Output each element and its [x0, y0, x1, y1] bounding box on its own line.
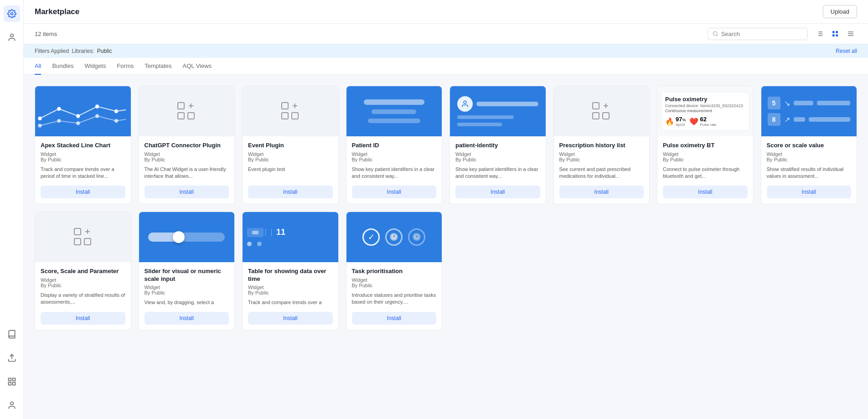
sidebar-item-apps[interactable] [4, 373, 20, 390]
svg-point-31 [95, 114, 99, 118]
header: Marketplace Upload [24, 0, 868, 24]
card-image-task: ✓ 🕐 🕑 [346, 212, 442, 262]
card-pulse-oximetry: Pulse oximetry Connected device: Nonin32… [657, 86, 754, 204]
install-button-parameter[interactable]: Install [41, 312, 125, 325]
card-desc: View and, by dragging, select a [145, 299, 229, 306]
svg-point-43 [464, 101, 466, 103]
card-body-slider: Slider for visual or numeric scale input… [139, 262, 235, 312]
reset-all-button[interactable]: Reset all [836, 48, 857, 54]
svg-rect-49 [74, 228, 81, 235]
sidebar-item-profile[interactable] [4, 397, 20, 414]
svg-point-32 [114, 119, 118, 123]
svg-rect-18 [832, 34, 835, 36]
card-desc: Connect to pulse oximeter through blueto… [663, 166, 748, 180]
card-patient-id: Patient ID WidgetBy Public Show key pati… [346, 86, 443, 204]
svg-point-1 [10, 34, 13, 37]
install-button-task[interactable]: Install [352, 312, 437, 325]
card-image-apex [35, 86, 131, 136]
card-slider: Slider for visual or numeric scale input… [139, 212, 235, 331]
card-image-table: 11 [243, 212, 338, 262]
card-desc: Display a variety of stratified results … [41, 292, 125, 306]
card-image-event [243, 86, 338, 136]
page-title: Marketplace [35, 7, 823, 16]
svg-line-9 [717, 35, 718, 36]
tab-forms[interactable]: Forms [117, 58, 134, 75]
card-apex-stacked-line-chart: Apex Stacked Line Chart WidgetBy Public … [35, 86, 131, 204]
search-input[interactable] [721, 31, 803, 37]
card-title: Pulse oximetry BT [663, 142, 748, 150]
search-icon [713, 31, 718, 37]
install-button-table[interactable]: Install [248, 312, 333, 325]
card-body-chatgpt: ChatGPT Connector Plugin WidgetBy Public… [139, 136, 235, 186]
install-button-identity[interactable]: Install [455, 186, 540, 198]
tab-widgets[interactable]: Widgets [84, 58, 106, 75]
install-button-chatgpt[interactable]: Install [145, 186, 229, 198]
svg-point-27 [114, 109, 118, 113]
card-desc: Event plugin test [248, 166, 333, 180]
install-button-apex[interactable]: Install [41, 186, 125, 198]
sidebar [0, 0, 24, 419]
install-button-patient-id[interactable]: Install [352, 186, 437, 198]
card-body-apex: Apex Stacked Line Chart WidgetBy Public … [35, 136, 131, 186]
svg-rect-35 [188, 113, 194, 119]
tabs: All Bundles Widgets Forms Templates AQL … [24, 58, 868, 75]
svg-rect-50 [74, 238, 81, 245]
card-desc: Show key patient identifiers in a clear … [352, 166, 437, 180]
sidebar-item-gear[interactable] [4, 5, 20, 22]
tab-aql-views[interactable]: AQL Views [183, 58, 212, 75]
sidebar-item-book[interactable] [4, 326, 20, 342]
card-image-slider [139, 212, 235, 262]
card-type: WidgetBy Public [767, 151, 852, 162]
install-button-pulse[interactable]: Install [663, 186, 748, 198]
sidebar-item-user[interactable] [4, 29, 20, 46]
svg-rect-46 [603, 113, 609, 119]
svg-point-29 [57, 119, 61, 123]
card-image-identity [450, 86, 546, 136]
tab-templates[interactable]: Templates [145, 58, 171, 75]
install-button-event[interactable]: Install [248, 186, 333, 198]
card-title: Score or scale value [767, 142, 852, 150]
card-body-event: Event Plugin WidgetBy Public Event plugi… [243, 136, 338, 186]
card-body-patient-id: Patient ID WidgetBy Public Show key pati… [346, 136, 442, 186]
card-desc: Show key patient identifiers in a clear … [455, 166, 540, 180]
grid-plus-icon-4 [72, 226, 94, 248]
svg-point-7 [10, 402, 13, 405]
filters-applied-label: Filters Applied [35, 48, 69, 54]
svg-rect-17 [836, 31, 838, 33]
tab-bundles[interactable]: Bundles [52, 58, 73, 75]
install-button-prescription[interactable]: Install [559, 186, 644, 198]
card-title: Apex Stacked Line Chart [41, 142, 125, 150]
card-body-identity: patient-identity WidgetBy Public Show ke… [450, 136, 546, 186]
grid-view-button[interactable] [829, 27, 842, 40]
card-type: WidgetBy Public [145, 285, 229, 295]
card-title: Table for showing data over time [248, 268, 333, 283]
library-filter-value: Public [97, 48, 112, 54]
card-image-parameter [35, 212, 131, 262]
card-image-patient-id [346, 86, 442, 136]
svg-rect-51 [84, 238, 91, 245]
svg-point-26 [95, 104, 99, 108]
libraries-label: Libraries: [72, 48, 94, 54]
tab-all[interactable]: All [35, 58, 41, 75]
content-area: Apex Stacked Line Chart WidgetBy Public … [24, 75, 868, 419]
svg-rect-39 [282, 113, 288, 119]
sidebar-item-upload[interactable] [4, 350, 20, 366]
card-type: WidgetBy Public [663, 151, 748, 162]
card-desc: See current and past prescribed medicati… [559, 166, 644, 180]
card-title: Event Plugin [248, 142, 333, 150]
cards-grid: Apex Stacked Line Chart WidgetBy Public … [35, 86, 857, 331]
install-button-slider[interactable]: Install [145, 312, 229, 325]
card-event-plugin: Event Plugin WidgetBy Public Event plugi… [242, 86, 339, 204]
card-prescription-history: Prescription history list WidgetBy Publi… [553, 86, 650, 204]
card-score-scale-value: 5 ↘ 8 ↗ Score or sca [761, 86, 858, 204]
card-body-task: Task prioritisation WidgetBy Public Intr… [346, 262, 442, 312]
list-view-button[interactable] [813, 27, 826, 40]
card-body-table: Table for showing data over time WidgetB… [243, 262, 338, 312]
card-title: Patient ID [352, 142, 437, 150]
card-type: WidgetBy Public [352, 277, 437, 288]
svg-rect-4 [12, 378, 15, 381]
compact-view-button[interactable] [844, 27, 857, 40]
install-button-score[interactable]: Install [767, 186, 852, 198]
svg-rect-6 [12, 383, 15, 385]
upload-button[interactable]: Upload [823, 5, 857, 18]
